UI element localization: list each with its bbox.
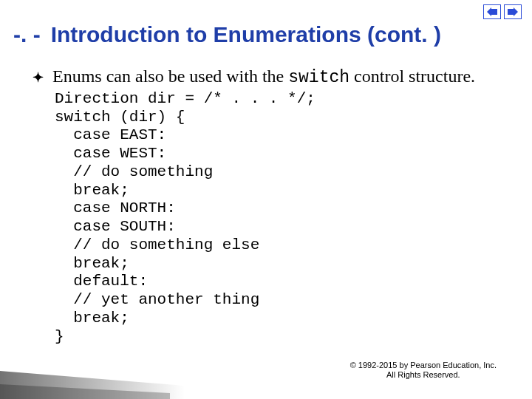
bullet-pre: Enums can also be used with the [52,66,288,86]
svg-marker-2 [0,371,185,399]
slide-body: ✦ Enums can also be used with the switch… [33,65,510,346]
svg-marker-3 [0,384,170,399]
nav-prev-icon [487,7,497,16]
nav-next-button[interactable] [504,4,522,19]
title-text: Introduction to Enumerations (cont. ) [51,22,441,47]
code-block: Direction dir = /* . . . */; switch (dir… [55,90,510,347]
svg-marker-1 [508,7,518,16]
bullet-text: Enums can also be used with the switch c… [52,65,510,89]
copyright-footer: © 1992-2015 by Pearson Education, Inc. A… [350,361,497,380]
slide-title: -. - Introduction to Enumerations (cont.… [13,22,519,47]
slide: -. - Introduction to Enumerations (cont.… [0,0,532,399]
nav-prev-button[interactable] [483,4,501,19]
bullet-item: ✦ Enums can also be used with the switch… [33,65,510,89]
decorative-shadow [0,355,192,399]
footer-line-2: All Rights Reserved. [350,370,497,380]
bullet-icon: ✦ [33,69,44,86]
footer-line-1: © 1992-2015 by Pearson Education, Inc. [350,361,497,370]
bullet-code-word: switch [288,68,349,87]
nav-arrows [483,4,522,19]
bullet-post: control structure. [349,66,475,86]
svg-marker-0 [487,7,497,16]
title-number: -. - [13,22,41,47]
nav-next-icon [508,7,518,16]
